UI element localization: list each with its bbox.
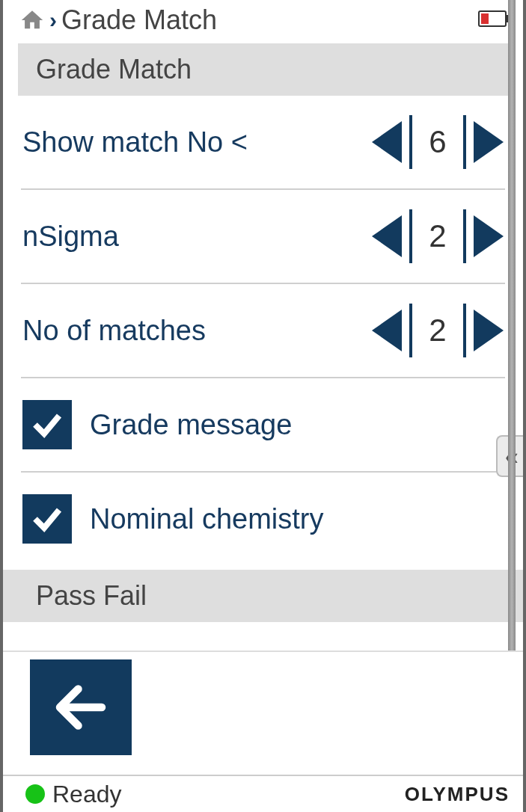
side-drawer-tab[interactable]: « <box>496 435 523 477</box>
home-icon[interactable] <box>19 7 45 33</box>
decrement-show-match-no[interactable] <box>372 121 402 163</box>
row-nsigma: nSigma 2 <box>18 190 508 283</box>
row-no-of-matches: No of matches 2 <box>18 284 508 377</box>
increment-show-match-no[interactable] <box>474 121 504 163</box>
brand-label: OLYMPUS <box>405 783 510 806</box>
label-nominal-chemistry: Nominal chemistry <box>90 503 324 535</box>
spinner-show-match-no: 6 <box>372 115 504 169</box>
row-show-match-no: Show match No < 6 <box>18 96 508 188</box>
check-icon <box>29 407 65 443</box>
status-text: Ready <box>52 781 122 808</box>
row-nominal-chemistry[interactable]: Nominal chemistry <box>18 473 508 565</box>
breadcrumb-title: Grade Match <box>61 4 217 36</box>
spinner-no-of-matches: 2 <box>372 304 504 357</box>
spinner-separator <box>409 115 412 169</box>
spinner-separator <box>463 209 466 263</box>
increment-nsigma[interactable] <box>474 215 504 257</box>
checkbox-grade-message[interactable] <box>22 400 72 449</box>
value-nsigma: 2 <box>420 218 456 254</box>
value-no-of-matches: 2 <box>420 313 456 348</box>
content-area: Grade Match Show match No < 6 nSigma 2 <box>3 40 523 650</box>
label-no-of-matches: No of matches <box>22 315 372 347</box>
svg-rect-1 <box>506 15 510 22</box>
nav-bar <box>3 650 523 775</box>
spinner-nsigma: 2 <box>372 209 504 263</box>
label-show-match-no: Show match No < <box>22 126 372 159</box>
svg-rect-2 <box>481 13 489 24</box>
spinner-separator <box>463 304 466 357</box>
arrow-left-icon <box>49 676 112 739</box>
battery-low-icon <box>478 9 511 31</box>
checkbox-nominal-chemistry[interactable] <box>22 494 72 544</box>
spinner-separator <box>409 304 412 357</box>
spinner-separator <box>409 209 412 263</box>
decrement-nsigma[interactable] <box>372 215 402 257</box>
footer-bar: Ready OLYMPUS <box>3 775 523 812</box>
value-show-match-no: 6 <box>420 124 456 160</box>
label-grade-message: Grade message <box>90 409 292 441</box>
section-header-pass-fail: Pass Fail <box>3 570 523 622</box>
status-indicator-icon <box>25 784 45 804</box>
row-grade-message[interactable]: Grade message <box>18 378 508 471</box>
increment-no-of-matches[interactable] <box>474 310 504 351</box>
header-bar: › Grade Match <box>3 0 523 40</box>
section-header-grade-match: Grade Match <box>18 43 508 96</box>
label-nsigma: nSigma <box>22 221 372 253</box>
back-button[interactable] <box>30 659 132 755</box>
decrement-no-of-matches[interactable] <box>372 310 402 351</box>
chevron-right-icon: › <box>49 7 57 33</box>
row-pass-fail-select[interactable]: None <box>18 622 508 650</box>
spinner-separator <box>463 115 466 169</box>
check-icon <box>29 501 65 537</box>
